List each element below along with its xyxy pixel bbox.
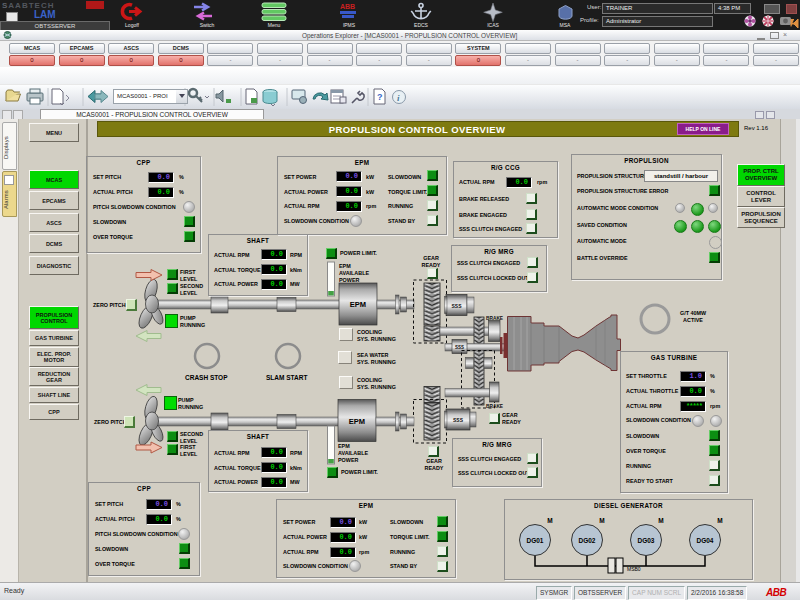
svg-text:SSS: SSS xyxy=(451,303,462,309)
svg-text:DG01: DG01 xyxy=(527,537,544,544)
svg-text:BRAKE: BRAKE xyxy=(486,316,504,321)
svg-text:M: M xyxy=(658,517,663,524)
svg-text:M: M xyxy=(717,517,722,524)
svg-text:EPM: EPM xyxy=(349,417,365,426)
svg-text:DG02: DG02 xyxy=(579,537,596,544)
svg-text:DG03: DG03 xyxy=(638,537,655,544)
svg-text:M: M xyxy=(547,517,552,524)
svg-text:M: M xyxy=(599,517,604,524)
svg-text:BRAKE: BRAKE xyxy=(486,404,504,409)
svg-text:SSS: SSS xyxy=(453,417,464,423)
svg-text:DG04: DG04 xyxy=(697,537,714,544)
svg-text:EPM: EPM xyxy=(350,300,366,309)
svg-text:SSS: SSS xyxy=(455,345,464,350)
svg-text:MSB0: MSB0 xyxy=(627,566,641,572)
